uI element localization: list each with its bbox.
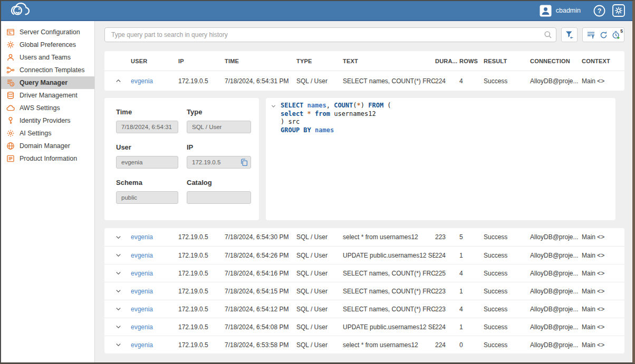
filter-button[interactable]	[561, 27, 578, 42]
auto-refresh-button[interactable]: 5	[610, 28, 622, 41]
field-schema: Schema	[116, 179, 178, 204]
row-user-link[interactable]: evgenia	[131, 77, 178, 85]
field-user-input[interactable]	[116, 156, 178, 169]
field-catalog-input[interactable]	[187, 191, 251, 204]
row-user-link[interactable]: evgenia	[131, 306, 178, 313]
field-user: User	[116, 143, 178, 169]
row-type: SQL / User	[296, 288, 343, 295]
expand-row-button[interactable]	[112, 287, 131, 295]
row-text: SELECT names, COUNT(*) FRO...	[343, 288, 435, 295]
sidebar-item-label: Driver Management	[20, 92, 78, 99]
row-text: SELECT names, COUNT(*) FRO...	[343, 306, 435, 313]
administration-button[interactable]	[612, 4, 625, 17]
search-input[interactable]	[104, 27, 556, 42]
row-result: Success	[484, 77, 530, 85]
row-user-link[interactable]: evgenia	[131, 341, 178, 349]
table-row[interactable]: evgenia 172.19.0.5 7/18/2024, 6:54:16 PM…	[104, 264, 624, 282]
help-button[interactable]: ?	[593, 4, 605, 17]
sidebar-item-identity-providers[interactable]: Identity Providers	[1, 114, 94, 127]
sidebar-item-aws-settings[interactable]: AWS Settings	[1, 102, 94, 114]
expand-row-button[interactable]	[112, 251, 131, 259]
filter-icon	[565, 31, 574, 40]
row-user-link[interactable]: evgenia	[131, 288, 178, 295]
chevron-down-icon	[114, 341, 122, 349]
sidebar-item-users-and-teams[interactable]: Users and Teams	[1, 51, 94, 64]
cloudbeaver-logo[interactable]	[8, 2, 33, 19]
chevron-down-icon	[114, 251, 122, 259]
sidebar-item-query-manager[interactable]: Query Manager	[1, 76, 94, 89]
aws-settings-icon	[6, 104, 15, 112]
row-duration: 225	[435, 270, 459, 277]
chevron-up-icon	[114, 77, 122, 85]
sidebar-item-server-configuration[interactable]: Server Configuration	[1, 26, 94, 38]
column-header-rows[interactable]: ROWS	[459, 58, 484, 64]
row-user-link[interactable]: evgenia	[131, 233, 178, 241]
row-type: SQL / User	[296, 77, 343, 85]
row-rows: 1	[459, 252, 484, 259]
history-filter-icon	[586, 31, 595, 40]
column-header-type[interactable]: TYPE	[296, 58, 343, 64]
table-row[interactable]: evgenia 172.19.0.5 7/18/2024, 6:54:26 PM…	[104, 246, 624, 264]
sidebar-item-driver-management[interactable]: Driver Management	[1, 89, 94, 102]
field-schema-label: Schema	[116, 179, 178, 186]
field-type-input[interactable]	[187, 121, 251, 133]
column-header-duration[interactable]: DURA...	[435, 58, 459, 64]
history-tools-group: 5	[582, 27, 624, 42]
field-time-input[interactable]	[116, 121, 178, 133]
row-ip: 172.19.0.5	[178, 233, 225, 241]
sidebar-item-label: AWS Settings	[20, 104, 60, 112]
sidebar-item-global-preferences[interactable]: Global Preferences	[1, 38, 94, 51]
collapse-row-button[interactable]	[112, 77, 131, 85]
column-header-time[interactable]: TIME	[225, 58, 296, 64]
user-menu[interactable]: cbadmin	[540, 5, 581, 17]
sidebar-item-domain-manager[interactable]: Domain Manager	[1, 140, 94, 152]
column-header-context[interactable]: CONTEXT	[582, 58, 624, 64]
table-row[interactable]: evgenia 172.19.0.5 7/18/2024, 6:54:15 PM…	[104, 282, 624, 300]
column-header-text[interactable]: TEXT	[343, 58, 435, 64]
row-result: Success	[484, 323, 530, 331]
global-preferences-icon	[6, 41, 15, 49]
column-header-ip[interactable]: IP	[178, 58, 225, 64]
field-time-label: Time	[116, 108, 178, 116]
row-rows: 4	[459, 77, 484, 85]
row-rows: 4	[459, 270, 484, 277]
sidebar-item-connection-templates[interactable]: Connection Templates	[1, 64, 94, 76]
table-row[interactable]: evgenia 172.19.0.5 7/18/2024, 6:54:08 PM…	[104, 318, 624, 336]
row-context: Main <>	[582, 270, 624, 277]
row-rows: 5	[459, 233, 484, 241]
column-header-result[interactable]: RESULT	[484, 58, 530, 64]
expand-row-button[interactable]	[112, 233, 131, 241]
expand-row-button[interactable]	[112, 323, 131, 331]
sidebar-item-label: AI Settings	[20, 130, 51, 137]
expand-row-button[interactable]	[112, 269, 131, 277]
copy-icon[interactable]	[240, 158, 248, 166]
row-text: SELECT names, COUNT(*) FRO...	[343, 77, 435, 85]
row-text: UPDATE public.usernames12 SE...	[343, 323, 435, 331]
refresh-button[interactable]	[597, 28, 610, 41]
field-time: Time	[116, 108, 178, 133]
table-row-expanded[interactable]: evgenia 172.19.0.5 7/18/2024, 6:54:31 PM…	[104, 71, 624, 91]
log-filter-button[interactable]	[584, 28, 597, 41]
expand-row-button[interactable]	[112, 305, 131, 313]
column-header-user[interactable]: USER	[131, 58, 178, 64]
field-catalog: Catalog	[187, 179, 251, 204]
table-row[interactable]: evgenia 172.19.0.5 7/18/2024, 6:53:58 PM…	[104, 336, 624, 353]
sql-query-text[interactable]: SELECT names, COUNT(*) FROM (select * fr…	[281, 102, 391, 134]
row-ip: 172.19.0.5	[178, 270, 225, 277]
sidebar-item-label: Identity Providers	[20, 117, 71, 124]
sidebar-item-ai-settings[interactable]: AI Settings	[1, 127, 94, 140]
table-row[interactable]: evgenia 172.19.0.5 7/18/2024, 6:54:30 PM…	[104, 228, 624, 246]
sidebar-item-product-information[interactable]: Product Information	[1, 152, 94, 165]
table-row[interactable]: evgenia 172.19.0.5 7/18/2024, 6:54:12 PM…	[104, 300, 624, 318]
code-fold-chevron-icon[interactable]	[270, 103, 277, 110]
column-header-connection[interactable]: CONNECTION	[530, 58, 582, 64]
row-user-link[interactable]: evgenia	[131, 270, 178, 277]
row-user-link[interactable]: evgenia	[131, 323, 178, 331]
row-result: Success	[484, 341, 530, 349]
row-text: UPDATE public.usernames12 SE...	[343, 252, 435, 259]
row-rows: 4	[459, 306, 484, 313]
row-time: 7/18/2024, 6:54:31 PM	[225, 77, 296, 85]
expand-row-button[interactable]	[112, 341, 131, 349]
field-schema-input[interactable]	[116, 191, 178, 204]
row-user-link[interactable]: evgenia	[131, 252, 178, 259]
